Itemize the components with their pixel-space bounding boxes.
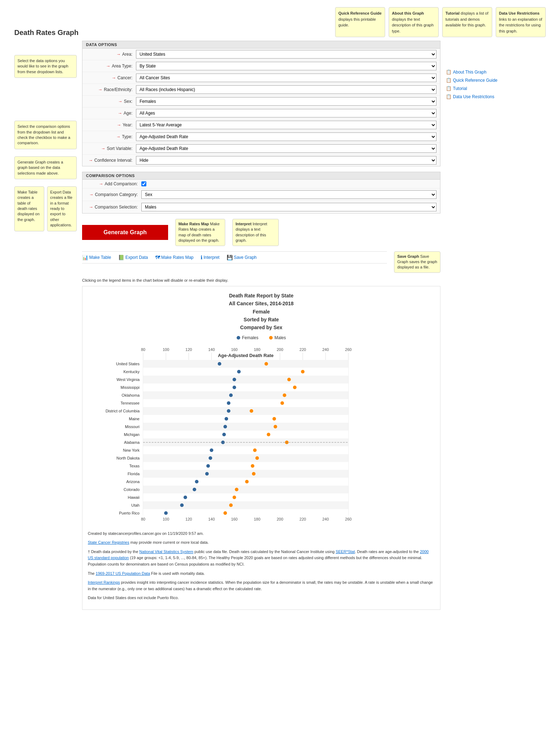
- add-comparison-checkbox[interactable]: [141, 181, 146, 186]
- comp-arrow-1: →: [89, 205, 93, 210]
- interpret-link[interactable]: ℹ Interpret: [201, 255, 220, 260]
- comparison-select-0[interactable]: Sex: [141, 190, 437, 199]
- x-tick-top: 200: [277, 347, 283, 352]
- footnote-line2: † Death data provided by the National Vi…: [88, 549, 435, 568]
- options-select-2[interactable]: All Cancer Sites: [136, 74, 437, 82]
- options-select-4[interactable]: Females: [136, 97, 437, 106]
- arrow-icon-3: →: [98, 87, 102, 92]
- male-dot-14: [252, 472, 256, 476]
- interpret-rankings-link[interactable]: Interpret Rankings: [88, 580, 120, 584]
- x-tick-bottom: 200: [277, 517, 283, 521]
- female-dot-2: [233, 378, 236, 381]
- state-label-5: Tennessee: [121, 401, 140, 405]
- comparison-options-tooltip: Select the comparison options from the d…: [14, 121, 77, 149]
- state-label-3: Mississippi: [121, 385, 140, 390]
- nvss-link[interactable]: National Vital Statistics System: [139, 549, 193, 554]
- footnote-line1: State Cancer Registries may provide more…: [88, 539, 435, 546]
- x-tick-bottom: 100: [163, 517, 169, 521]
- x-tick-top: 220: [299, 347, 306, 352]
- options-select-8[interactable]: Age-Adjusted Death Rate: [136, 144, 437, 153]
- about-graph-desc: displays the text description of this gr…: [392, 17, 434, 33]
- footnotes: Created by statecancerprofiles.cancer.go…: [88, 531, 435, 601]
- options-label-4: → Sex:: [86, 99, 136, 104]
- female-dot-3: [233, 386, 236, 389]
- x-tick-bottom: 160: [231, 517, 237, 521]
- x-tick-bottom: 240: [322, 517, 329, 521]
- generate-graph-button[interactable]: Generate Graph: [82, 225, 168, 240]
- state-label-12: North Dakota: [116, 456, 140, 460]
- row-bg-12: [143, 454, 348, 462]
- comparison-label-0: → Comparison Category:: [86, 192, 141, 197]
- data-use-desc: links to an explanation of the restricti…: [499, 17, 542, 33]
- right-link-icon-0: 📋: [446, 69, 451, 75]
- make-table-link[interactable]: 📊 Make Table: [82, 255, 111, 260]
- options-label-1: → Area Type:: [86, 64, 136, 69]
- legend-females[interactable]: Females: [237, 335, 258, 340]
- right-link-0[interactable]: 📋 About This Graph: [446, 69, 546, 75]
- female-dot-13: [206, 464, 210, 468]
- save-graph-link[interactable]: 💾 Save Graph: [227, 255, 257, 260]
- right-link-3[interactable]: 📋 Data Use Restrictions: [446, 94, 546, 99]
- generate-section: Generate Graph Make Rates Map Make Rates…: [82, 219, 440, 246]
- options-select-1[interactable]: By State: [136, 62, 437, 70]
- male-dot-19: [223, 511, 227, 515]
- chart-legend: Females Males: [88, 335, 435, 340]
- state-label-18: Utah: [131, 503, 140, 507]
- footnote-line3: The 1969-2017 US Population Data File is…: [88, 571, 435, 577]
- arrow-icon-6: →: [117, 122, 121, 127]
- row-bg-8: [143, 423, 348, 431]
- pop-data-link[interactable]: 1969-2017 US Population Data: [96, 571, 150, 576]
- state-label-13: Texas: [129, 464, 140, 468]
- make-rates-map-link[interactable]: 🗺 Make Rates Map: [155, 255, 194, 260]
- state-label-16: Colorado: [123, 487, 140, 492]
- comparison-row-1: → Comparison Selection: Males: [82, 201, 440, 213]
- data-options-row-4: → Sex: Females: [82, 96, 440, 107]
- x-tick-bottom: 220: [299, 517, 306, 521]
- row-bg-19: [143, 509, 348, 517]
- state-label-1: Kentucky: [123, 370, 140, 374]
- x-tick-top: 120: [186, 347, 192, 352]
- male-dot-9: [267, 433, 270, 436]
- male-dot-0: [264, 362, 268, 366]
- options-label-5: → Age:: [86, 111, 136, 116]
- right-link-icon-2: 📋: [446, 86, 451, 91]
- interpret-tooltip: Interpret Interpret displays a text desc…: [232, 219, 279, 246]
- row-bg-2: [143, 376, 348, 383]
- state-label-10: Alabama: [124, 440, 140, 445]
- chart-title: Death Rate Report by State All Cancer Si…: [88, 292, 435, 332]
- comparison-select-1[interactable]: Males: [141, 203, 437, 211]
- data-options-header: Data Options: [82, 41, 440, 49]
- save-icon: 💾: [227, 255, 233, 260]
- row-bg-1: [143, 368, 348, 376]
- options-select-5[interactable]: All Ages: [136, 109, 437, 117]
- chart-svg: 8080100100120120140140160160180180200200…: [88, 346, 355, 524]
- data-use-bubble: Data Use Restrictions links to an explan…: [496, 7, 546, 37]
- female-dot-1: [237, 370, 241, 373]
- seer-link[interactable]: SEER*Stat: [336, 549, 355, 554]
- right-link-2[interactable]: 📋 Tutorial: [446, 86, 546, 91]
- female-dot-9: [222, 433, 226, 436]
- data-options-row-1: → Area Type: By State: [82, 60, 440, 72]
- data-options-row-0: → Area: United States: [82, 49, 440, 60]
- chart-container: Death Rate Report by State All Cancer Si…: [82, 286, 440, 610]
- export-data-tooltip: Export Data creates a file in a format r…: [47, 186, 77, 231]
- export-data-link[interactable]: 📗 Export Data: [118, 255, 148, 260]
- female-dot-15: [195, 480, 198, 483]
- male-dot-2: [287, 378, 291, 381]
- options-select-0[interactable]: United States: [136, 50, 437, 59]
- state-registries-link[interactable]: State Cancer Registries: [88, 540, 129, 544]
- options-select-7[interactable]: Age-Adjusted Death Rate: [136, 132, 437, 141]
- female-dot-17: [183, 496, 187, 499]
- state-label-4: Oklahoma: [122, 393, 140, 397]
- tutorial-bubble: Tutorial displays a list of tutorials an…: [442, 7, 492, 37]
- options-select-3[interactable]: All Races (includes Hispanic): [136, 85, 437, 94]
- male-dot-18: [229, 503, 233, 507]
- right-link-label-1: Quick Reference Guide: [453, 78, 498, 83]
- right-link-1[interactable]: 📋 Quick Reference Guide: [446, 77, 546, 83]
- options-select-6[interactable]: Latest 5-Year Average: [136, 121, 437, 129]
- male-dot-12: [255, 456, 259, 460]
- options-select-9[interactable]: Hide: [136, 156, 437, 165]
- legend-males[interactable]: Males: [269, 335, 286, 340]
- row-bg-17: [143, 493, 348, 501]
- x-tick-top: 260: [345, 347, 352, 352]
